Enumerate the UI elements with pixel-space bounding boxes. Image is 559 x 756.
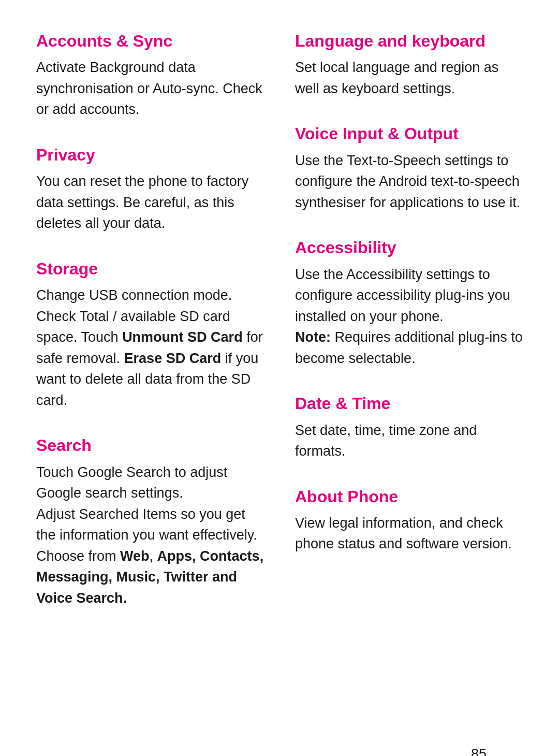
page-wrapper: Accounts & Sync Activate Background data… — [36, 31, 523, 756]
date-time-title: Date & Time — [295, 394, 523, 413]
search-title: Search — [36, 435, 264, 455]
section-about-phone: About Phone View legal information, and … — [295, 487, 523, 555]
date-time-body: Set date, time, time zone and formats. — [295, 420, 523, 462]
section-accounts-sync: Accounts & Sync Activate Background data… — [36, 31, 264, 120]
page-content: Accounts & Sync Activate Background data… — [36, 31, 523, 633]
search-body: Touch Google Search to adjust Google sea… — [36, 462, 264, 609]
section-search: Search Touch Google Search to adjust Goo… — [36, 435, 264, 608]
voice-input-output-title: Voice Input & Output — [295, 124, 523, 143]
page-number: 85 — [471, 746, 487, 756]
accounts-sync-title: Accounts & Sync — [36, 31, 264, 51]
about-phone-body: View legal information, and check phone … — [295, 513, 523, 555]
left-column: Accounts & Sync Activate Background data… — [36, 31, 264, 633]
about-phone-title: About Phone — [295, 487, 523, 506]
section-date-time: Date & Time Set date, time, time zone an… — [295, 394, 523, 461]
storage-title: Storage — [36, 259, 264, 279]
language-keyboard-title: Language and keyboard — [295, 31, 523, 51]
language-keyboard-body: Set local language and region as well as… — [295, 57, 523, 99]
right-column: Language and keyboard Set local language… — [295, 31, 523, 633]
storage-body: Change USB connection mode. Check Total … — [36, 285, 264, 411]
section-accessibility: Accessibility Use the Accessibility sett… — [295, 238, 523, 369]
voice-input-output-body: Use the Text-to-Speech settings to confi… — [295, 150, 523, 213]
accessibility-body: Use the Accessibility settings to config… — [295, 264, 523, 369]
accessibility-title: Accessibility — [295, 238, 523, 257]
accounts-sync-body: Activate Background data synchronisation… — [36, 57, 264, 120]
privacy-title: Privacy — [36, 145, 264, 165]
section-privacy: Privacy You can reset the phone to facto… — [36, 145, 264, 234]
section-voice-input-output: Voice Input & Output Use the Text-to-Spe… — [295, 124, 523, 213]
section-storage: Storage Change USB connection mode. Chec… — [36, 259, 264, 411]
privacy-body: You can reset the phone to factory data … — [36, 171, 264, 234]
section-language-keyboard: Language and keyboard Set local language… — [295, 31, 523, 99]
